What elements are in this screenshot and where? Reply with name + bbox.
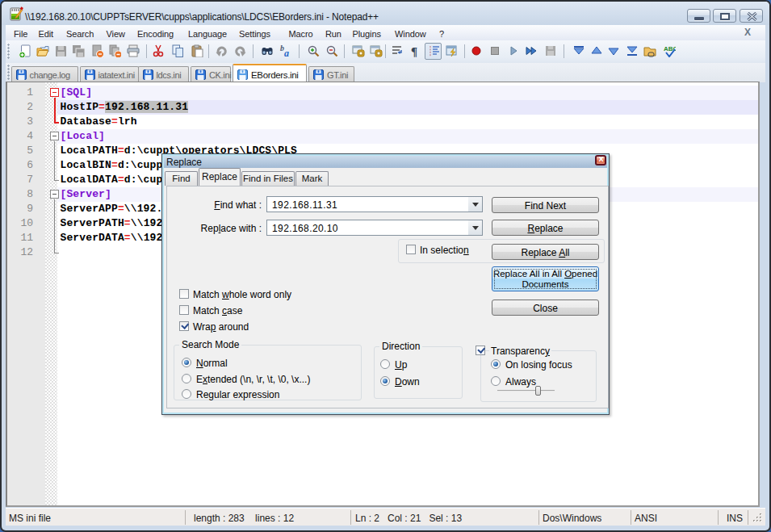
svg-text:a: a <box>284 48 289 57</box>
svg-text:¶: ¶ <box>411 45 417 57</box>
